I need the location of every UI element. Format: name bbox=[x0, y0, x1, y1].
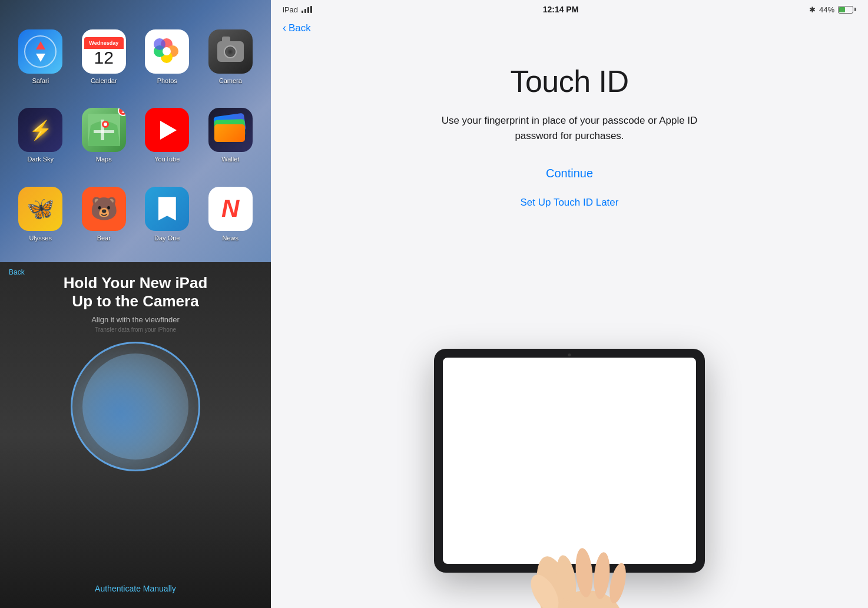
news-icon: N bbox=[221, 194, 239, 223]
main-content: Touch ID Use your fingerprint in place o… bbox=[271, 40, 868, 342]
app-ulysses[interactable]: 🦋 Ulysses bbox=[9, 175, 72, 253]
battery-percent: 44% bbox=[819, 5, 834, 14]
left-panel: Safari Wednesday 12 Calendar bbox=[0, 0, 271, 608]
camera-title: Hold Your New iPad Up to the Camera bbox=[64, 274, 208, 310]
nav-back: ‹ Back bbox=[271, 19, 868, 40]
svg-point-8 bbox=[574, 547, 594, 598]
app-darksky[interactable]: ⚡ Dark Sky bbox=[9, 96, 72, 174]
status-bar: iPad 12:14 PM ✱ 44% bbox=[271, 0, 868, 19]
news-label: News bbox=[222, 234, 238, 242]
youtube-label: YouTube bbox=[154, 156, 180, 163]
back-label: Back bbox=[289, 22, 311, 34]
chevron-left-icon: ‹ bbox=[283, 22, 286, 34]
device-name: iPad bbox=[283, 5, 298, 14]
status-right: ✱ 44% bbox=[809, 5, 856, 14]
setup-later-button[interactable]: Set Up Touch ID Later bbox=[521, 197, 619, 209]
hand-illustration bbox=[405, 355, 734, 608]
camera-back-button[interactable]: Back bbox=[9, 268, 25, 276]
svg-point-4 bbox=[104, 123, 107, 126]
app-bear[interactable]: 🐻 Bear bbox=[72, 175, 136, 253]
app-camera[interactable]: Camera bbox=[199, 18, 263, 96]
app-news[interactable]: N News bbox=[199, 175, 263, 253]
dayone-label: Day One bbox=[154, 234, 180, 242]
app-dayone[interactable]: Day One bbox=[135, 175, 199, 253]
camera-subtitle: Align it with the viewfinder bbox=[91, 315, 180, 324]
touch-id-title: Touch ID bbox=[510, 64, 628, 99]
calendar-date: 12 bbox=[94, 49, 114, 67]
viewfinder-inner bbox=[82, 353, 188, 460]
svg-rect-2 bbox=[94, 130, 114, 133]
viewfinder-circle bbox=[71, 342, 200, 471]
calendar-label: Calendar bbox=[91, 77, 117, 84]
butterfly-icon: 🦋 bbox=[26, 196, 54, 222]
wallet-card-3-icon bbox=[214, 124, 245, 142]
wallet-label: Wallet bbox=[221, 156, 239, 163]
bear-label: Bear bbox=[97, 234, 111, 242]
home-screen: Safari Wednesday 12 Calendar bbox=[0, 0, 271, 262]
photos-label: Photos bbox=[157, 77, 177, 84]
maps-label: Maps bbox=[96, 156, 112, 163]
photos-icon bbox=[151, 35, 183, 68]
camera-hint: Transfer data from your iPhone bbox=[95, 326, 176, 333]
touch-id-description: Use your fingerprint in place of your pa… bbox=[428, 113, 711, 143]
app-wallet[interactable]: Wallet bbox=[199, 96, 263, 174]
safari-compass-icon bbox=[24, 35, 57, 68]
back-button[interactable]: ‹ Back bbox=[283, 22, 856, 34]
camera-icon bbox=[217, 41, 244, 62]
status-time: 12:14 PM bbox=[543, 5, 579, 14]
camera-screen: Back Hold Your New iPad Up to the Camera… bbox=[0, 262, 271, 608]
camera-label: Camera bbox=[219, 77, 242, 84]
continue-button[interactable]: Continue bbox=[546, 167, 593, 180]
wifi-icon bbox=[302, 6, 312, 13]
ulysses-label: Ulysses bbox=[29, 234, 52, 242]
battery-icon bbox=[838, 6, 856, 14]
darksky-label: Dark Sky bbox=[27, 156, 54, 163]
lightning-icon: ⚡ bbox=[29, 119, 52, 141]
bear-icon: 🐻 bbox=[90, 196, 118, 222]
app-safari[interactable]: Safari bbox=[9, 18, 72, 96]
youtube-play-icon bbox=[160, 121, 177, 140]
app-youtube[interactable]: YouTube bbox=[135, 96, 199, 174]
app-maps[interactable]: 1 Maps bbox=[72, 96, 136, 174]
app-photos[interactable]: Photos bbox=[135, 18, 199, 96]
app-calendar[interactable]: Wednesday 12 Calendar bbox=[72, 18, 136, 96]
phone-screen: Safari Wednesday 12 Calendar bbox=[0, 0, 271, 608]
bookmark-icon bbox=[158, 197, 176, 220]
right-panel: iPad 12:14 PM ✱ 44% ‹ Back bbox=[271, 0, 868, 608]
maps-icon bbox=[88, 114, 120, 146]
bluetooth-icon: ✱ bbox=[809, 5, 816, 14]
calendar-day: Wednesday bbox=[84, 37, 124, 49]
status-left: iPad bbox=[283, 5, 312, 14]
ipad-illustration bbox=[271, 342, 868, 608]
safari-label: Safari bbox=[32, 77, 49, 84]
authenticate-manually-button[interactable]: Authenticate Manually bbox=[95, 584, 176, 593]
